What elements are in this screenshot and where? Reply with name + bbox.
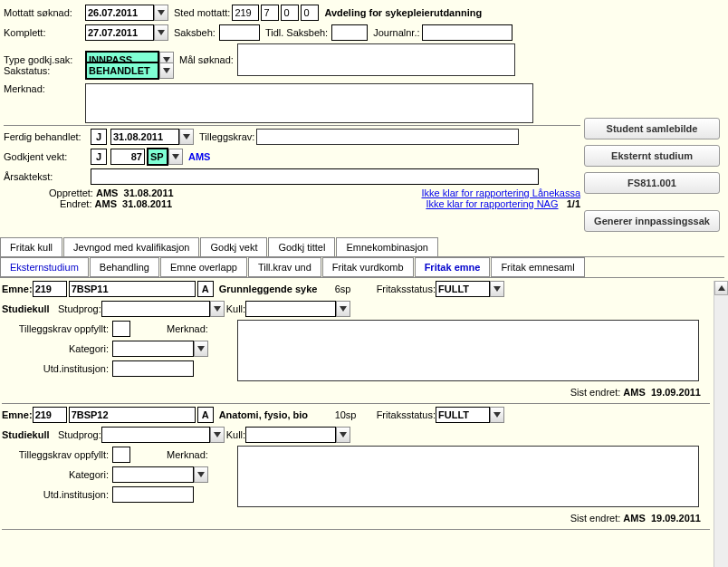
opprettet-by: AMS [96, 187, 118, 198]
sted-code-3[interactable] [281, 5, 299, 21]
emne1-studprog[interactable] [101, 301, 210, 317]
emne2-code2[interactable] [69, 407, 196, 423]
ferdig-behandlet-label: Ferdig behandlet: [4, 131, 91, 142]
emne2-grade[interactable] [197, 407, 214, 423]
tidl-saksbeh-input[interactable] [331, 24, 368, 41]
scroll-up-icon[interactable] [714, 281, 728, 295]
opprettet-date: 31.08.2011 [124, 187, 174, 198]
tab-emnekombinasjon[interactable]: Emnekombinasjon [336, 237, 438, 256]
merknad-label: Merknad: [4, 83, 85, 94]
generer-innpassingssak-button[interactable]: Generer innpassingssak [584, 210, 720, 232]
endret-date: 31.08.2011 [122, 198, 172, 209]
mottatt-soknad-date[interactable] [85, 5, 154, 21]
tilleggskrav-oppfyllt-label: Tilleggskrav oppfyllt: [2, 323, 112, 334]
fritaksstatus-label: Fritaksstatus: [377, 284, 436, 294]
mal-soknad-textarea[interactable] [237, 43, 515, 76]
emne1-grade[interactable] [197, 281, 214, 297]
journalnr-label: Journalnr.: [373, 27, 419, 38]
emne1-fritaksstatus[interactable] [436, 281, 490, 297]
emne2-sist-by: AMS [623, 513, 645, 524]
sakstatus-dropdown[interactable] [159, 62, 174, 79]
emne1-tilleggskrav[interactable] [112, 321, 130, 337]
mottatt-date-dropdown[interactable] [154, 5, 168, 21]
tab-fritak-kull[interactable]: Fritak kull [0, 237, 62, 256]
tab-fritak-vurdkomb[interactable]: Fritak vurdkomb [322, 257, 414, 277]
godkjent-vekt-val[interactable] [110, 149, 145, 165]
vekt-unit-dropdown[interactable] [168, 149, 183, 165]
side-panel: Student samlebilde Eksternt studium FS81… [584, 0, 724, 237]
student-samlebilde-button[interactable]: Student samlebilde [584, 118, 720, 139]
emne2-fritaksstatus[interactable] [436, 407, 490, 423]
link-nag[interactable]: Ikke klar for rapportering NAG [426, 198, 558, 209]
emne1-kategori[interactable] [112, 341, 194, 357]
emne2-kull-dropdown[interactable] [336, 427, 350, 443]
kategori-label-2: Kategori: [2, 469, 112, 480]
sted-code-2[interactable] [261, 5, 279, 21]
godkjent-vekt-label: Godkjent vekt: [4, 151, 91, 162]
tab-fritak-emne[interactable]: Fritak emne [415, 257, 491, 277]
emne2-kategori[interactable] [112, 466, 194, 483]
sakstatus-select[interactable]: BEHANDLET [85, 62, 159, 80]
opprettet-label: Opprettet: [49, 187, 93, 198]
vertical-scrollbar[interactable] [714, 281, 728, 567]
godkjent-vekt-j[interactable] [91, 149, 107, 165]
merknad-textarea[interactable] [85, 83, 533, 123]
tab-godkj-tittel[interactable]: Godkj tittel [268, 237, 335, 256]
fs811-button[interactable]: FS811.001 [584, 172, 720, 194]
emne2-studprog-dropdown[interactable] [210, 427, 225, 443]
sted-code-1[interactable] [232, 5, 259, 21]
emne-label-2: Emne: [2, 409, 33, 420]
emne1-sist-date: 19.09.2011 [651, 387, 701, 398]
mottatt-soknad-label: Mottatt søknad: [4, 7, 85, 18]
emne1-studprog-dropdown[interactable] [210, 301, 225, 317]
ferdig-behandlet-date[interactable] [110, 129, 179, 145]
arsaktekst-input[interactable] [91, 168, 539, 185]
tab-fritak-emnesaml[interactable]: Fritak emnesaml [491, 257, 584, 277]
emne2-kull[interactable] [245, 427, 336, 443]
page-indicator: 1/1 [567, 198, 580, 209]
emne-label: Emne: [2, 284, 33, 294]
emne2-fritaksstatus-dropdown[interactable] [490, 407, 504, 423]
ams-link[interactable]: AMS [188, 151, 210, 162]
studprog-label-2: Studprog: [58, 429, 101, 440]
godkjent-vekt-unit[interactable]: SP [147, 148, 168, 166]
emne2-studprog[interactable] [101, 427, 210, 443]
emne1-utd-institusjon[interactable] [112, 360, 194, 377]
emne2-kategori-dropdown[interactable] [194, 466, 208, 483]
emne1-code1[interactable] [33, 281, 67, 297]
komplett-date[interactable] [85, 24, 154, 41]
avdeling-name: Avdeling for sykepleierutdanning [324, 7, 514, 18]
komplett-date-dropdown[interactable] [154, 24, 168, 41]
tab-jevngod[interactable]: Jevngod med kvalifikasjon [63, 237, 199, 256]
studprog-label: Studprog: [58, 303, 101, 314]
tab-behandling[interactable]: Behandling [90, 257, 159, 277]
komplett-label: Komplett: [4, 27, 85, 38]
emne2-code1[interactable] [33, 407, 67, 423]
tilleggskrav-input[interactable] [256, 129, 519, 145]
eksternt-studium-button[interactable]: Eksternt studium [584, 145, 720, 167]
saksbeh-input[interactable] [219, 24, 260, 41]
emne1-kull-dropdown[interactable] [336, 301, 350, 317]
tilleggskrav-label: Tilleggskrav: [199, 131, 254, 142]
ferdig-behandlet-j[interactable] [91, 129, 107, 145]
tab-emne-overlapp[interactable]: Emne overlapp [160, 257, 247, 277]
sted-code-4[interactable] [301, 5, 319, 21]
link-lanekassa[interactable]: Ikke klar for rapportering Lånekassa [422, 187, 580, 198]
emne2-utd-institusjon[interactable] [112, 486, 194, 503]
emne1-name: Grunnleggende syke [219, 284, 335, 294]
emne2-merknad-textarea[interactable] [237, 446, 699, 507]
emne2-tilleggskrav[interactable] [112, 447, 130, 463]
journalnr-input[interactable] [422, 24, 512, 41]
kull-label-2: Kull: [226, 429, 245, 440]
tab-godkj-vekt[interactable]: Godkj vekt [200, 237, 267, 256]
studiekull-label-2: Studiekull [2, 429, 58, 440]
emne1-fritaksstatus-dropdown[interactable] [490, 281, 504, 297]
emne1-kategori-dropdown[interactable] [194, 341, 208, 357]
tab-eksternstudium[interactable]: Eksternstudium [0, 257, 89, 277]
emne1-merknad-textarea[interactable] [237, 320, 699, 381]
ferdig-date-dropdown[interactable] [179, 129, 194, 145]
tab-tillkrav-und[interactable]: Till.krav und [248, 257, 321, 277]
emne1-kull[interactable] [245, 301, 336, 317]
arsaktekst-label: Årsaktekst: [4, 171, 91, 182]
emne1-code2[interactable] [69, 281, 196, 297]
